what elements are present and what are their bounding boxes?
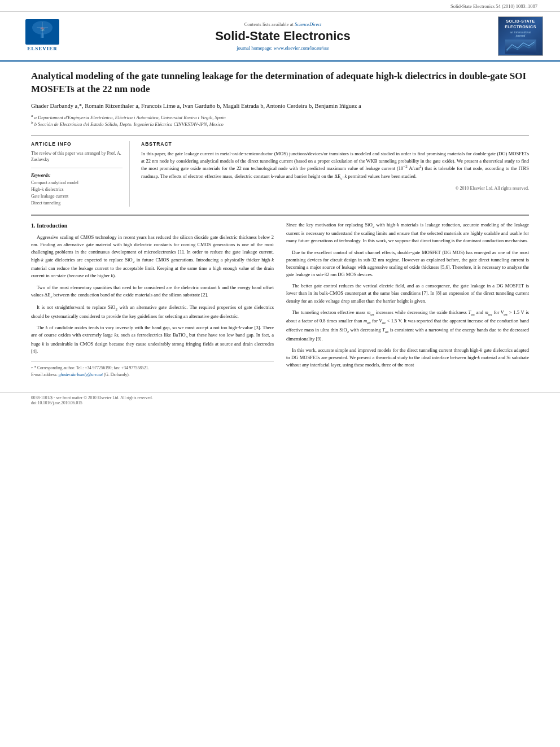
sciencedirect-line: Contents lists available at ScienceDirec…	[68, 21, 498, 27]
keyword-3: Gate leakage current	[31, 193, 123, 200]
logo-banner: 📚 ELSEVIER Contents lists available at S…	[0, 12, 560, 62]
article-info-column: ARTICLE INFO The review of this paper wa…	[31, 141, 130, 206]
body-col-left: 1. Introduction Aggressive scaling of CM…	[31, 221, 274, 378]
body-para-r4: The tunneling electron effective mass mo…	[286, 309, 529, 343]
authors-text: Ghader Darbandy a,*, Romain Ritzenthaler…	[31, 103, 361, 109]
journal-homepage: journal homepage: www.elsevier.com/locat…	[68, 45, 498, 51]
footnote-email-link[interactable]: ghader.darbandy@urv.cat	[59, 372, 103, 377]
issn-line: 0038-1101/$ - see front matter © 2010 El…	[31, 395, 529, 400]
footnote-email: E-mail address: ghader.darbandy@urv.cat …	[31, 372, 274, 378]
footnote-star-note: * * Corresponding author. Tel.: +34 9772…	[31, 365, 274, 372]
article-content: Analytical modeling of the gate tunnelin…	[0, 62, 560, 386]
sciencedirect-link[interactable]: ScienceDirect	[295, 21, 321, 27]
doi-line: doi:10.1016/j.sse.2010.06.015	[31, 400, 529, 405]
elsevier-wordmark: ELSEVIER	[27, 46, 58, 51]
journal-main-title: Solid-State Electronics	[68, 29, 498, 43]
body-columns: 1. Introduction Aggressive scaling of CM…	[31, 221, 529, 378]
bottom-bar: 0038-1101/$ - see front matter © 2010 El…	[0, 392, 560, 408]
journal-ref-text: Solid-State Electronics 54 (2010) 1083–1…	[450, 3, 537, 9]
footnote-area: * * Corresponding author. Tel.: +34 9772…	[31, 361, 274, 378]
info-abstract-section: ARTICLE INFO The review of this paper wa…	[31, 135, 529, 206]
review-note: The review of this paper was arranged by…	[31, 150, 123, 168]
body-para-r2: Due to the excellent control of short ch…	[286, 249, 529, 279]
elsevier-tree-icon: 📚	[25, 19, 59, 45]
body-para-4: The k of candidate oxides tends to vary …	[31, 324, 274, 355]
body-para-2: Two of the most elementary quantities th…	[31, 284, 274, 300]
abstract-text: In this paper, the gate leakage current …	[141, 150, 529, 181]
body-para-r3: The better gate control reduces the vert…	[286, 282, 529, 305]
body-col-right: Since the key motivation for replacing S…	[286, 221, 529, 378]
keywords-label: Keywords:	[31, 173, 123, 178]
section-divider	[31, 215, 529, 216]
article-info-heading: ARTICLE INFO	[31, 141, 123, 147]
abstract-column: ABSTRACT In this paper, the gate leakage…	[141, 141, 529, 206]
affiliation-b: b b Sección de Electrónica del Estado Só…	[31, 121, 529, 128]
journal-reference: Solid-State Electronics 54 (2010) 1083–1…	[0, 0, 560, 12]
body-para-3: It is not straightforward to replace SiO…	[31, 304, 274, 320]
keyword-1: Compact analytical model	[31, 180, 123, 186]
abstract-heading: ABSTRACT	[141, 141, 529, 147]
body-para-r5: In this work, accurate simple and improv…	[286, 347, 529, 369]
journal-cover-image: SOLID-STATEELECTRONICS an internationalj…	[498, 16, 543, 56]
affiliations: a a Departament d'Enginyeria Electrònica…	[31, 114, 529, 129]
article-title: Analytical modeling of the gate tunnelin…	[31, 70, 529, 96]
authors-line: Ghader Darbandy a,*, Romain Ritzenthaler…	[31, 102, 529, 111]
journal-homepage-link[interactable]: journal homepage: www.elsevier.com/locat…	[237, 45, 329, 51]
section-1-heading: 1. Introduction	[31, 221, 274, 230]
copyright-line: © 2010 Elsevier Ltd. All rights reserved…	[141, 186, 529, 191]
elsevier-logo: 📚 ELSEVIER	[17, 19, 68, 53]
keyword-2: High-k dielectrics	[31, 186, 123, 193]
body-para-1: Aggressive scaling of CMOS technology in…	[31, 234, 274, 280]
affiliation-a: a a Departament d'Enginyeria Electrònica…	[31, 114, 529, 121]
body-para-r1: Since the key motivation for replacing S…	[286, 221, 529, 245]
keyword-4: Direct tunneling	[31, 200, 123, 207]
journal-title-center: Contents lists available at ScienceDirec…	[68, 21, 498, 51]
